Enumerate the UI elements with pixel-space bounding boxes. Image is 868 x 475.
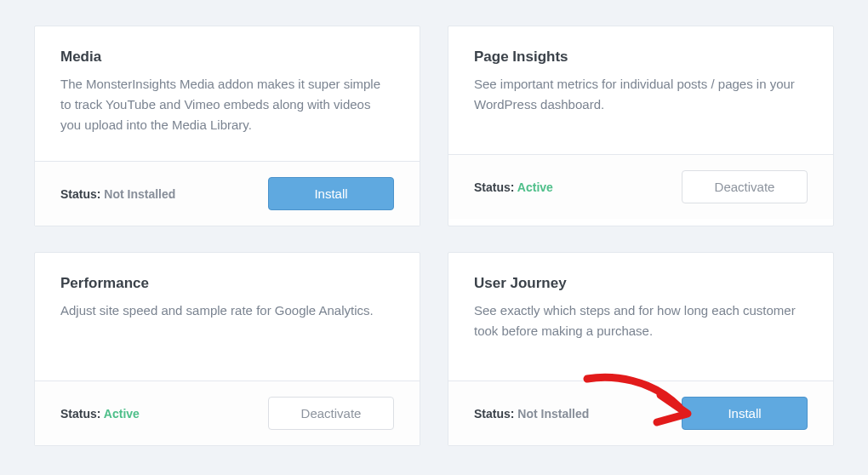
card-description: See exactly which steps and for how long… [474, 300, 808, 341]
status-label: Status: [60, 187, 100, 201]
card-footer: Status: Active Deactivate [448, 154, 833, 219]
install-button[interactable]: Install [682, 397, 808, 430]
status-value: Not Installed [517, 407, 589, 421]
card-body: Performance Adjust site speed and sample… [35, 253, 420, 381]
status-label: Status: [474, 180, 514, 194]
status-group: Status: Not Installed [474, 407, 589, 421]
card-title: Performance [60, 275, 394, 292]
status-group: Status: Active [60, 407, 140, 421]
card-description: Adjust site speed and sample rate for Go… [60, 300, 394, 321]
card-title: Media [60, 49, 394, 66]
card-description: See important metrics for individual pos… [474, 74, 808, 115]
card-footer: Status: Active Deactivate [35, 381, 420, 445]
addon-card-page-insights: Page Insights See important metrics for … [448, 26, 834, 226]
addon-card-media: Media The MonsterInsights Media addon ma… [34, 26, 420, 226]
addon-card-user-journey: User Journey See exactly which steps and… [448, 252, 834, 446]
status-value: Active [517, 180, 553, 194]
card-body: Page Insights See important metrics for … [448, 26, 833, 154]
deactivate-button[interactable]: Deactivate [682, 170, 808, 203]
deactivate-button[interactable]: Deactivate [268, 397, 394, 430]
status-label: Status: [474, 407, 514, 421]
install-button[interactable]: Install [268, 177, 394, 210]
card-body: Media The MonsterInsights Media addon ma… [35, 26, 420, 161]
card-body: User Journey See exactly which steps and… [448, 253, 833, 381]
card-footer: Status: Not Installed Install [35, 161, 420, 226]
status-value: Active [104, 407, 140, 421]
status-value: Not Installed [104, 187, 175, 201]
card-footer: Status: Not Installed Install [448, 381, 833, 445]
card-title: Page Insights [474, 49, 808, 66]
card-title: User Journey [474, 275, 808, 292]
status-group: Status: Active [474, 180, 553, 194]
status-group: Status: Not Installed [60, 187, 175, 201]
addon-grid: Media The MonsterInsights Media addon ma… [34, 26, 834, 446]
status-label: Status: [60, 407, 100, 421]
card-description: The MonsterInsights Media addon makes it… [60, 74, 394, 135]
addon-card-performance: Performance Adjust site speed and sample… [34, 252, 420, 446]
